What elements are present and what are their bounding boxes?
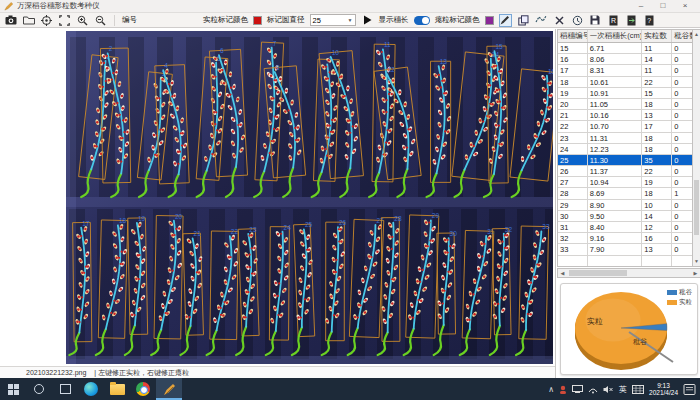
export-icon[interactable]: [625, 14, 638, 27]
table-vertical-scrollbar[interactable]: ▲ ▼: [692, 29, 700, 267]
table-cell: 0: [672, 99, 692, 109]
table-cell: 10.16: [588, 110, 643, 120]
grain-pie-card: 秕谷实粒 秕谷实粒: [560, 283, 698, 375]
folder-icon: [110, 384, 125, 395]
close-button[interactable]: ×: [674, 0, 696, 12]
svg-text:秕谷: 秕谷: [633, 338, 647, 346]
svg-text:R: R: [611, 17, 616, 24]
table-cell: 6.71: [588, 43, 643, 53]
table-row[interactable]: 1910.91150: [558, 88, 692, 99]
history-undo-icon[interactable]: [571, 14, 584, 27]
zoom-out-icon[interactable]: [94, 14, 107, 27]
table-row[interactable]: 2611.37220: [558, 166, 692, 177]
vscroll-thumb[interactable]: [694, 180, 699, 235]
numbering-button[interactable]: 编号: [122, 15, 137, 25]
table-cell: 25: [558, 155, 588, 165]
image-canvas: 1234567891011121314151617181920212223242…: [0, 29, 555, 366]
open-folder-icon[interactable]: [22, 14, 35, 27]
maximize-button[interactable]: □: [652, 0, 674, 12]
input-language-indicator[interactable]: 英: [619, 384, 627, 395]
table-row[interactable]: 2011.05180: [558, 99, 692, 110]
start-button[interactable]: [0, 378, 26, 400]
table-row[interactable]: 1810.61220: [558, 77, 692, 88]
filled-color-swatch[interactable]: [253, 16, 262, 25]
table-row[interactable]: 178.31110: [558, 65, 692, 76]
table-cell: 29: [558, 200, 588, 210]
network-icon[interactable]: [588, 385, 598, 394]
file-explorer-button[interactable]: [104, 378, 130, 400]
svg-text:10: 10: [332, 49, 340, 56]
table-cell: 21: [558, 110, 588, 120]
table-row[interactable]: 329.16160: [558, 233, 692, 244]
table-row[interactable]: 2511.30350: [558, 155, 692, 166]
save-icon[interactable]: [589, 14, 602, 27]
chevron-down-icon: ▼: [348, 17, 353, 23]
table-cell: 28: [558, 188, 588, 198]
run-button[interactable]: [361, 14, 374, 27]
table-cell: 10: [642, 200, 672, 210]
app-icon: [4, 2, 13, 11]
report-icon[interactable]: R: [607, 14, 620, 27]
scroll-up-icon[interactable]: ▲: [693, 30, 700, 39]
table-row[interactable]: 2210.70170: [558, 121, 692, 132]
task-view-button[interactable]: [52, 378, 78, 400]
sample-photo[interactable]: 1234567891011121314151617181920212223242…: [66, 31, 553, 364]
table-cell: 0: [672, 110, 692, 120]
empty-color-swatch[interactable]: [485, 16, 494, 25]
table-row[interactable]: 288.69181: [558, 188, 692, 199]
table-row[interactable]: 2412.23180: [558, 144, 692, 155]
toolbar: 编号 实粒标记颜色 标记圆直径 25▼ 显示穗长 瘪粒标记颜色 R ?: [0, 13, 700, 28]
minimize-button[interactable]: –: [630, 0, 652, 12]
speaker-muted-icon[interactable]: [603, 385, 614, 394]
keyboard-icon[interactable]: [632, 385, 644, 394]
layers-icon[interactable]: [517, 14, 530, 27]
table-cell: 0: [672, 144, 692, 154]
table-row[interactable]: 2710.94190: [558, 177, 692, 188]
table-cell: 18: [642, 99, 672, 109]
lasso-icon[interactable]: [535, 14, 548, 27]
target-icon[interactable]: [40, 14, 53, 27]
table-row[interactable]: 298.90100: [558, 200, 692, 211]
scroll-right-icon[interactable]: ▶: [691, 270, 700, 276]
scroll-left-icon[interactable]: ◀: [558, 270, 567, 276]
table-row[interactable]: 2110.16130: [558, 110, 692, 121]
table-cell: 14: [642, 211, 672, 221]
user-status-icon[interactable]: [559, 385, 567, 394]
zoom-in-icon[interactable]: [76, 14, 89, 27]
diameter-combo[interactable]: 25▼: [310, 14, 356, 26]
table-horizontal-scrollbar[interactable]: ◀ ▶: [557, 268, 700, 278]
svg-text:实粒: 实粒: [587, 317, 603, 326]
table-cell: 0: [672, 244, 692, 254]
table-row[interactable]: 2311.31180: [558, 133, 692, 144]
svg-text:4: 4: [164, 62, 168, 69]
show-length-toggle[interactable]: [414, 16, 430, 25]
table-cell: 8.69: [588, 188, 643, 198]
svg-text:22: 22: [231, 228, 239, 235]
fullscreen-icon[interactable]: [58, 14, 71, 27]
svg-text:21: 21: [194, 230, 202, 237]
table-row[interactable]: 337.90130: [558, 244, 692, 255]
help-icon[interactable]: ?: [643, 14, 656, 27]
grain-app-button[interactable]: [156, 378, 182, 400]
search-button[interactable]: [26, 378, 52, 400]
table-row[interactable]: 168.06140: [558, 54, 692, 65]
camera-icon[interactable]: [4, 14, 17, 27]
tray-expand-icon[interactable]: ∧: [548, 385, 554, 394]
hscroll-thumb[interactable]: [569, 270, 627, 276]
results-table[interactable]: 稻穗编号一次稻穗长(cm)实粒数秕谷数156.71110168.06140178…: [557, 29, 692, 267]
results-panel: 稻穗编号一次稻穗长(cm)实粒数秕谷数156.71110168.06140178…: [555, 29, 700, 378]
table-cell: 0: [672, 65, 692, 75]
table-row[interactable]: 156.71110: [558, 43, 692, 54]
table-row[interactable]: 318.40120: [558, 222, 692, 233]
edge-browser-button[interactable]: [78, 378, 104, 400]
display-icon[interactable]: [572, 385, 583, 393]
action-center-icon[interactable]: [683, 384, 696, 395]
pencil-tool-icon[interactable]: [499, 14, 512, 27]
diameter-value: 25: [313, 16, 321, 25]
browser-360-button[interactable]: [130, 378, 156, 400]
legend-item: 秕谷: [667, 288, 692, 297]
scroll-down-icon[interactable]: ▼: [693, 257, 700, 266]
delete-icon[interactable]: [553, 14, 566, 27]
table-row[interactable]: 309.50140: [558, 211, 692, 222]
clock[interactable]: 9:13 2021/4/24: [649, 382, 678, 397]
